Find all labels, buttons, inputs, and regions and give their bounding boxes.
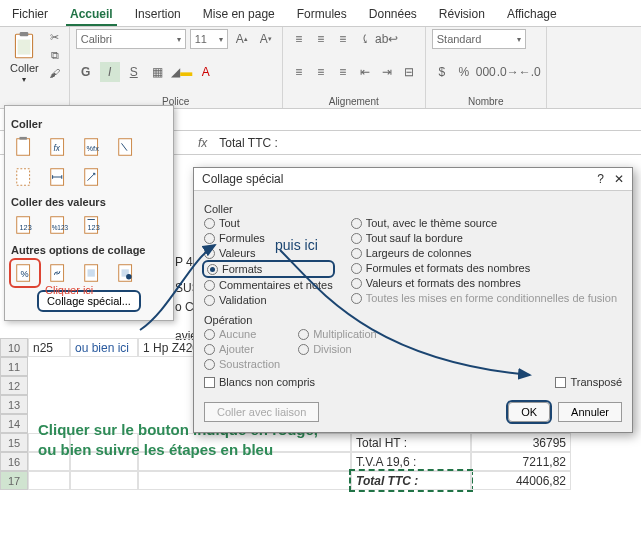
row-header[interactable]: 15 <box>0 433 28 452</box>
row-header[interactable]: 12 <box>0 376 28 395</box>
paste-button[interactable]: Coller ▾ <box>6 29 43 86</box>
align-left-button[interactable]: ≡ <box>289 62 309 82</box>
format-painter-button[interactable]: 🖌 <box>47 65 63 81</box>
paste-col-widths-icon[interactable] <box>45 164 73 190</box>
formula-input[interactable]: Total TTC : <box>215 136 641 150</box>
align-right-button[interactable]: ≡ <box>333 62 353 82</box>
cell-tva-label[interactable]: T.V.A 19,6 : <box>351 452 471 471</box>
cancel-button[interactable]: Annuler <box>558 402 622 422</box>
annotation-ou-bien-ici: ou bien ici <box>70 338 138 357</box>
radio-formules-fmt[interactable]: Formules et formats des nombres <box>351 262 617 274</box>
group-operation: Opération <box>204 314 622 326</box>
radio-formats[interactable]: Formats <box>204 262 333 276</box>
paste-values-srcfmt-icon[interactable]: 123 <box>79 212 107 238</box>
svg-rect-2 <box>18 40 31 55</box>
radio-commentaires[interactable]: Commentaires et notes <box>204 279 333 291</box>
align-top-button[interactable]: ≡ <box>289 29 309 49</box>
row-header[interactable]: 14 <box>0 414 28 433</box>
row-header[interactable]: 17 <box>0 471 28 490</box>
radio-tout[interactable]: Tout <box>204 217 333 229</box>
indent-dec-button[interactable]: ⇤ <box>355 62 375 82</box>
paste-values-numfmt-icon[interactable]: %123 <box>45 212 73 238</box>
decrease-font-button[interactable]: A▾ <box>256 29 276 49</box>
increase-font-button[interactable]: A▴ <box>232 29 252 49</box>
svg-rect-21 <box>51 265 64 282</box>
tab-formules[interactable]: Formules <box>293 4 351 26</box>
cut-button[interactable]: ✂ <box>47 29 63 45</box>
close-icon[interactable]: ✕ <box>614 172 624 186</box>
font-color-button[interactable]: A <box>196 62 216 82</box>
copy-button[interactable]: ⧉ <box>47 47 63 63</box>
radio-largeurs[interactable]: Largeurs de colonnes <box>351 247 617 259</box>
fill-color-button[interactable]: ◢▬ <box>172 62 192 82</box>
paste-no-borders-icon[interactable] <box>11 164 39 190</box>
svg-text:%123: %123 <box>52 224 69 231</box>
paste-all-icon[interactable] <box>11 134 39 160</box>
chk-blancs[interactable]: Blancs non compris <box>204 376 315 388</box>
tab-donnees[interactable]: Données <box>365 4 421 26</box>
font-name-combo[interactable]: Calibri▾ <box>76 29 186 49</box>
row-header[interactable]: 10 <box>0 338 28 357</box>
radio-valeurs-fmt[interactable]: Valeurs et formats des nombres <box>351 277 617 289</box>
number-format-combo[interactable]: Standard▾ <box>432 29 526 49</box>
svg-text:123: 123 <box>88 223 100 232</box>
thousands-button[interactable]: 000 <box>476 62 496 82</box>
tab-mise-en-page[interactable]: Mise en page <box>199 4 279 26</box>
svg-text:%fx: %fx <box>87 144 100 153</box>
cell-total-ht-label[interactable]: Total HT : <box>351 433 471 452</box>
cell[interactable]: n25 <box>28 338 70 357</box>
paste-linked-picture-icon[interactable] <box>113 260 141 286</box>
tab-accueil[interactable]: Accueil <box>66 4 117 26</box>
paste-values-icon[interactable]: 123 <box>11 212 39 238</box>
fx-icon[interactable]: fx <box>190 136 215 150</box>
italic-button[interactable]: I <box>100 62 120 82</box>
svg-text:123: 123 <box>20 223 32 232</box>
paste-picture-icon[interactable] <box>79 260 107 286</box>
svg-text:fx: fx <box>54 144 61 153</box>
paste-section-1: Coller <box>11 118 167 130</box>
radio-sauf-bordure[interactable]: Tout sauf la bordure <box>351 232 617 244</box>
borders-button[interactable]: ▦ <box>148 62 168 82</box>
ok-button[interactable]: OK <box>508 402 550 422</box>
group-label-number: Nombre <box>432 96 540 107</box>
font-size-combo[interactable]: 11▾ <box>190 29 228 49</box>
paste-transpose-icon[interactable] <box>79 164 107 190</box>
row-header[interactable]: 13 <box>0 395 28 414</box>
cell-tva-value[interactable]: 7211,82 <box>471 452 571 471</box>
cell-total-ttc-value[interactable]: 44006,82 <box>471 471 571 490</box>
tab-revision[interactable]: Révision <box>435 4 489 26</box>
row-header[interactable]: 16 <box>0 452 28 471</box>
wrap-text-button[interactable]: ab↩ <box>377 29 397 49</box>
paste-formulas-icon[interactable]: fx <box>45 134 73 160</box>
paste-keep-source-fmt-icon[interactable] <box>113 134 141 160</box>
paste-special-dialog: Collage spécial ? ✕ Coller Tout Formules… <box>193 167 633 433</box>
paste-formatting-icon[interactable]: % <box>11 260 39 286</box>
tab-affichage[interactable]: Affichage <box>503 4 561 26</box>
radio-validation[interactable]: Validation <box>204 294 333 306</box>
inc-decimal-button[interactable]: .0→ <box>498 62 518 82</box>
bold-button[interactable]: G <box>76 62 96 82</box>
tab-fichier[interactable]: Fichier <box>8 4 52 26</box>
paste-section-2: Coller des valeurs <box>11 196 167 208</box>
dec-decimal-button[interactable]: ←.0 <box>520 62 540 82</box>
paste-link-icon[interactable] <box>45 260 73 286</box>
align-middle-button[interactable]: ≡ <box>311 29 331 49</box>
paste-formulas-numfmt-icon[interactable]: %fx <box>79 134 107 160</box>
tab-insertion[interactable]: Insertion <box>131 4 185 26</box>
cell-total-ht-value[interactable]: 36795 <box>471 433 571 452</box>
row-header[interactable]: 11 <box>0 357 28 376</box>
orientation-button[interactable]: ⤹ <box>355 29 375 49</box>
group-label-align: Alignement <box>289 96 419 107</box>
percent-button[interactable]: % <box>454 62 474 82</box>
underline-button[interactable]: S <box>124 62 144 82</box>
currency-button[interactable]: $ <box>432 62 452 82</box>
radio-theme[interactable]: Tout, avec le thème source <box>351 217 617 229</box>
cell-total-ttc-label[interactable]: Total TTC : <box>351 471 471 490</box>
indent-inc-button[interactable]: ⇥ <box>377 62 397 82</box>
merge-button[interactable]: ⊟ <box>399 62 419 82</box>
chk-transpose[interactable]: Transposé <box>555 376 622 388</box>
align-center-button[interactable]: ≡ <box>311 62 331 82</box>
align-bottom-button[interactable]: ≡ <box>333 29 353 49</box>
chevron-down-icon: ▾ <box>177 35 181 44</box>
help-icon[interactable]: ? <box>597 172 604 186</box>
